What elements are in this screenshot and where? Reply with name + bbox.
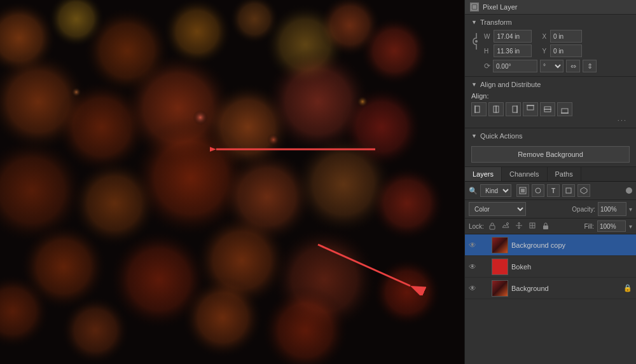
rotation-unit-select[interactable]: ° rad: [540, 60, 563, 72]
align-middle-v-button[interactable]: [540, 102, 555, 116]
flip-icons: ⇔ ⇕: [566, 60, 597, 72]
transform-header: ▼ Transform: [471, 18, 630, 26]
align-buttons-row: [471, 102, 630, 116]
layer-item[interactable]: 👁 Bokeh: [465, 256, 636, 278]
opacity-input[interactable]: [598, 202, 626, 216]
pixel-layer-label: Pixel Layer: [483, 3, 517, 11]
svg-rect-31: [543, 226, 548, 229]
tab-paths[interactable]: Paths: [548, 167, 581, 181]
rotation-input[interactable]: [493, 60, 537, 72]
filter-pixel-button[interactable]: [516, 184, 529, 197]
layer-kind-select[interactable]: Kind: [480, 184, 511, 197]
svg-rect-24: [490, 226, 495, 229]
canvas-image: [0, 0, 464, 364]
align-top-button[interactable]: [523, 102, 538, 116]
lock-all-button[interactable]: [541, 221, 551, 232]
align-section: ▼ Align and Distribute Align:: [465, 77, 636, 128]
right-panel: Pixel Layer ▼ Transform W X H: [464, 0, 636, 364]
y-label: Y: [542, 48, 548, 55]
tab-layers[interactable]: Layers: [465, 167, 502, 181]
lock-position-button[interactable]: [514, 221, 524, 231]
layer-thumbnail: [492, 280, 508, 297]
svg-rect-5: [473, 5, 476, 9]
svg-rect-22: [566, 188, 571, 193]
quick-actions-section: ▼ Quick Actions Remove Background: [465, 128, 636, 167]
svg-rect-13: [527, 105, 534, 110]
flip-vertical-button[interactable]: ⇕: [583, 60, 597, 72]
lock-image-button[interactable]: [501, 221, 511, 231]
width-input[interactable]: [494, 30, 532, 43]
blend-mode-select[interactable]: Color Normal Multiply Screen Overlay: [469, 202, 526, 216]
transform-section: ▼ Transform W X H Y: [465, 15, 636, 77]
svg-rect-7: [475, 106, 480, 112]
align-header: ▼ Align and Distribute: [471, 81, 630, 88]
lock-label: Lock:: [469, 223, 484, 230]
canvas-area: [0, 0, 464, 364]
align-right-button[interactable]: [506, 102, 521, 116]
transform-title: Transform: [480, 18, 512, 26]
filter-smartobject-button[interactable]: [577, 184, 590, 197]
remove-background-button[interactable]: Remove Background: [471, 146, 630, 163]
lock-row: Lock: Fill: ▾: [465, 219, 636, 234]
layer-thumbnail: [492, 237, 508, 253]
fill-dropdown-icon[interactable]: ▾: [629, 223, 632, 230]
layer-name: Background copy: [511, 241, 632, 249]
transform-grid: W X H Y: [484, 30, 597, 57]
lock-transparency-button[interactable]: [487, 221, 497, 232]
layer-list: 👁 Background copy 👁 Bokeh 👁 Background 🔒: [465, 234, 636, 364]
pixel-layer-header: Pixel Layer: [465, 0, 636, 15]
layer-search-icon: 🔍: [469, 187, 478, 195]
blend-mode-row: Color Normal Multiply Screen Overlay Opa…: [465, 200, 636, 219]
link-proportions-icon[interactable]: [471, 30, 481, 53]
align-bottom-button[interactable]: [557, 102, 572, 116]
height-input[interactable]: [494, 44, 532, 57]
fill-input[interactable]: [597, 220, 626, 232]
layer-name: Bokeh: [511, 263, 632, 271]
tab-channels[interactable]: Channels: [502, 167, 547, 181]
align-label: Align:: [471, 92, 489, 100]
transform-collapse-arrow[interactable]: ▼: [471, 19, 477, 25]
filter-active-indicator: [626, 187, 632, 194]
filter-shape-button[interactable]: [562, 184, 575, 197]
quick-actions-header: ▼ Quick Actions: [471, 132, 630, 140]
w-label: W: [484, 33, 492, 40]
x-label: X: [542, 33, 548, 40]
quick-actions-collapse-arrow[interactable]: ▼: [471, 133, 477, 139]
opacity-dropdown-icon[interactable]: ▾: [629, 206, 632, 213]
layer-item[interactable]: 👁 Background copy: [465, 234, 636, 256]
svg-rect-11: [513, 106, 517, 112]
svg-rect-20: [521, 189, 525, 192]
layer-thumbnail: [492, 259, 508, 275]
svg-point-21: [536, 188, 541, 193]
layer-visibility-icon[interactable]: 👁: [469, 241, 478, 250]
layer-item[interactable]: 👁 Background 🔒: [465, 278, 636, 299]
rotation-row: ⟳ ° rad ⇔ ⇕: [484, 60, 597, 72]
y-input[interactable]: [550, 44, 582, 57]
align-center-h-button[interactable]: [488, 102, 504, 116]
align-title: Align and Distribute: [480, 81, 541, 88]
flip-horizontal-button[interactable]: ⇔: [566, 60, 580, 72]
rotation-icon: ⟳: [484, 62, 490, 71]
filter-adjustment-button[interactable]: [532, 184, 544, 197]
svg-point-6: [475, 40, 478, 43]
align-left-button[interactable]: [471, 102, 487, 116]
layer-lock-icon: 🔒: [623, 284, 632, 292]
x-input[interactable]: [550, 30, 582, 43]
layers-panel: Layers Channels Paths 🔍 Kind T: [465, 167, 636, 364]
svg-rect-17: [562, 109, 568, 113]
more-options-dots[interactable]: ···: [471, 116, 630, 124]
h-label: H: [484, 48, 492, 55]
layer-filter-row: 🔍 Kind T: [465, 182, 636, 200]
lock-artboard-button[interactable]: [527, 221, 537, 231]
layer-visibility-icon[interactable]: 👁: [469, 262, 478, 271]
svg-point-25: [506, 223, 508, 225]
layer-name: Background: [511, 285, 620, 292]
quick-actions-title: Quick Actions: [480, 132, 523, 140]
align-collapse-arrow[interactable]: ▼: [471, 81, 477, 88]
svg-marker-23: [581, 187, 587, 194]
layer-visibility-icon[interactable]: 👁: [469, 284, 478, 293]
filter-type-button[interactable]: T: [547, 184, 560, 197]
pixel-layer-icon: [470, 3, 479, 11]
layers-tabs: Layers Channels Paths: [465, 167, 636, 182]
fill-label: Fill:: [584, 223, 594, 230]
